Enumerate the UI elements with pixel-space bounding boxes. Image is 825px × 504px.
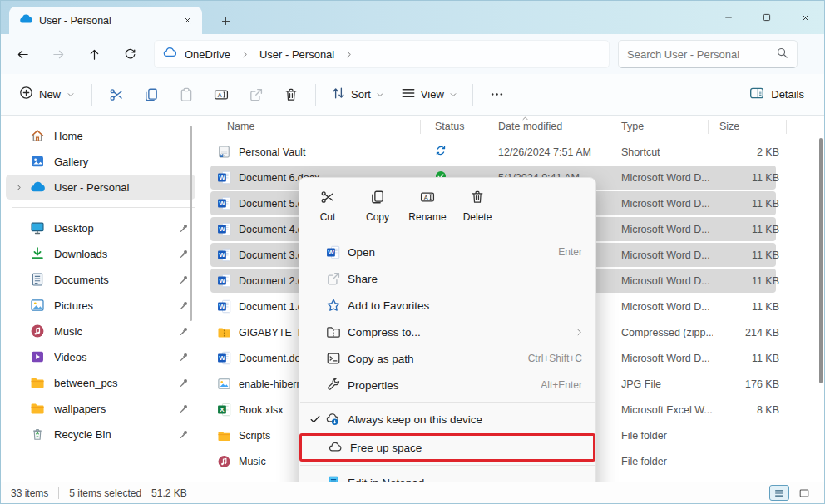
pin-icon [177, 403, 190, 414]
sidebar-item-label: Gallery [54, 156, 190, 168]
sidebar-item-home[interactable]: Home [6, 123, 195, 148]
chevron-right-icon[interactable] [239, 50, 251, 59]
file-name[interactable]: Personal Vault [217, 139, 420, 165]
menu-item-always-keep-on-this-device[interactable]: Always keep on this device [299, 406, 595, 432]
view-button[interactable]: View [393, 79, 466, 111]
column-divider[interactable] [786, 120, 787, 134]
search-input[interactable] [627, 48, 776, 61]
sidebar-item-documents[interactable]: Documents [6, 267, 195, 292]
rename-button[interactable]: A [204, 80, 239, 110]
column-divider[interactable] [615, 120, 615, 134]
file-list-scrollbar[interactable] [819, 138, 823, 383]
zip-file-icon [217, 325, 231, 339]
sidebar-item-pictures[interactable]: Pictures [6, 293, 195, 318]
maximize-button[interactable] [748, 1, 786, 34]
file-type: Shortcut [621, 139, 713, 165]
chevron-expand-icon[interactable] [11, 180, 26, 195]
sidebar-item-music[interactable]: Music [6, 319, 195, 343]
thumbnail-view-toggle[interactable] [794, 485, 814, 501]
details-view-toggle[interactable] [769, 485, 789, 501]
sidebar-item-gallery[interactable]: Gallery [6, 149, 195, 174]
column-divider[interactable] [708, 120, 709, 134]
column-header-type[interactable]: Type [621, 121, 644, 132]
minimize-button[interactable] [709, 1, 748, 34]
menu-item-label: Free up space [350, 442, 422, 454]
toolbar-divider [472, 84, 473, 106]
breadcrumb-user-personal[interactable]: User - Personal [256, 47, 338, 62]
sidebar-item-user-personal[interactable]: User - Personal [6, 175, 195, 200]
menu-item-free-up-space[interactable]: Free up space [299, 433, 595, 462]
chevron-down-icon [376, 87, 384, 102]
close-button[interactable] [786, 1, 824, 34]
sidebar-item-desktop[interactable]: Desktop [6, 215, 195, 240]
breadcrumb-onedrive[interactable]: OneDrive [181, 47, 234, 62]
status-divider [58, 487, 59, 499]
menu-item-label: Add to Favorites [348, 299, 429, 312]
sidebar-item-between-pcs[interactable]: between_pcs [6, 370, 195, 395]
sidebar-item-downloads[interactable]: Downloads [6, 241, 195, 266]
file-size: 11 KB [708, 268, 779, 294]
quick-action-rename[interactable]: A Rename [403, 186, 452, 226]
file-size: 2 KB [708, 139, 779, 165]
sidebar-indent [11, 427, 26, 442]
sidebar-item-wallpapers[interactable]: wallpapers [6, 396, 195, 421]
svg-text:W: W [219, 277, 225, 284]
sidebar-item-label: Desktop [54, 222, 174, 235]
clouddown-icon [326, 413, 348, 426]
refresh-button[interactable] [116, 40, 144, 68]
svg-text:W: W [219, 200, 225, 207]
column-header-date-modified[interactable]: Date modified [498, 121, 562, 132]
explorer-tab[interactable]: User - Personal [9, 7, 202, 34]
sidebar-item-label: wallpapers [54, 403, 174, 415]
menu-item-copy-as-path[interactable]: Copy as path Ctrl+Shift+C [299, 345, 595, 372]
share-button[interactable] [239, 80, 274, 110]
menu-item-open[interactable]: W Open Enter [299, 239, 595, 265]
menu-item-share[interactable]: Share [299, 265, 595, 292]
column-header-name[interactable]: Name [227, 121, 254, 132]
sidebar-scrollbar[interactable] [190, 126, 192, 321]
chevron-right-icon[interactable] [343, 50, 355, 59]
menu-item-properties[interactable]: Properties Alt+Enter [299, 372, 595, 398]
menu-item-compress-to[interactable]: Compress to... [299, 319, 595, 345]
menu-divider [300, 402, 595, 403]
back-button[interactable] [8, 40, 37, 68]
quick-action-delete[interactable]: Delete [452, 186, 502, 226]
file-size: 11 KB [708, 216, 779, 242]
search-icon[interactable] [776, 47, 788, 62]
sidebar-item-recycle-bin[interactable]: Recycle Bin [6, 422, 195, 447]
file-row-personal-vault[interactable]: Personal Vault 12/26/2024 7:51 AM Shortc… [209, 139, 825, 165]
column-header-status[interactable]: Status [435, 121, 464, 132]
paste-button[interactable] [169, 80, 204, 110]
copy-button[interactable] [134, 80, 169, 110]
file-name-label: Scripts [239, 430, 270, 442]
forward-button[interactable] [44, 40, 72, 68]
file-type: Microsoft Excel W... [621, 397, 713, 422]
quick-action-cut[interactable]: Cut [303, 186, 353, 226]
quick-action-copy[interactable]: Copy [353, 186, 403, 226]
svg-text:W: W [219, 303, 225, 310]
file-name-label: Music [239, 456, 266, 467]
search-box[interactable] [618, 40, 798, 68]
sort-button[interactable]: Sort [323, 79, 393, 111]
new-tab-button[interactable] [215, 11, 235, 31]
details-pane-button[interactable]: Details [741, 79, 813, 111]
sidebar-item-videos[interactable]: Videos [6, 344, 195, 369]
column-divider[interactable] [492, 120, 492, 134]
tab-close-icon[interactable] [179, 12, 195, 29]
breadcrumb[interactable]: OneDrive User - Personal [154, 40, 610, 68]
cut-button[interactable] [99, 80, 134, 110]
up-button[interactable] [80, 40, 108, 68]
document-icon [29, 271, 46, 288]
file-type: Microsoft Word D... [621, 165, 713, 190]
column-divider[interactable] [420, 120, 421, 134]
sort-button-label: Sort [351, 88, 371, 101]
details-button-label: Details [771, 88, 804, 101]
more-options-button[interactable] [480, 80, 515, 110]
column-header-size[interactable]: Size [719, 121, 739, 132]
menu-item-add-to-favorites[interactable]: Add to Favorites [299, 292, 595, 319]
file-type: File folder [621, 448, 713, 474]
delete-button[interactable] [274, 80, 309, 110]
new-button[interactable]: New [9, 80, 85, 109]
sync-status-icon [435, 145, 447, 159]
file-status [428, 139, 453, 165]
